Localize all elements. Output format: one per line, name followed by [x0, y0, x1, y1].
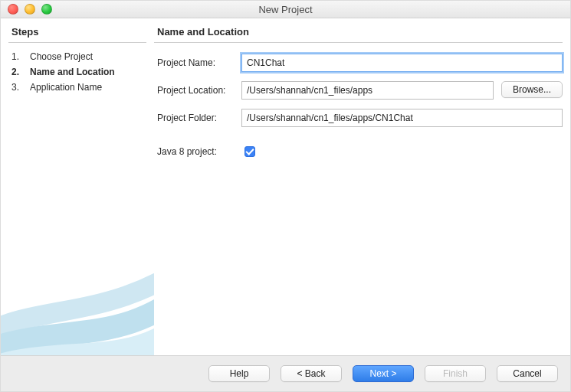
steps-list: 1. Choose Project 2. Name and Location 3… — [1, 49, 154, 95]
next-button[interactable]: Next > — [353, 365, 414, 382]
project-folder-label: Project Folder: — [157, 113, 241, 123]
minimize-window-icon[interactable] — [25, 4, 35, 15]
row-project-location: Project Location: Browse... — [157, 81, 563, 100]
project-folder-input[interactable] — [241, 109, 563, 127]
window-title: New Project — [1, 4, 570, 15]
step-item-choose-project: 1. Choose Project — [11, 49, 143, 64]
steps-heading: Steps — [1, 18, 154, 42]
steps-panel: Steps 1. Choose Project 2. Name and Loca… — [1, 18, 154, 355]
browse-button[interactable]: Browse... — [501, 81, 563, 98]
step-item-application-name: 3. Application Name — [11, 80, 143, 95]
step-number: 3. — [11, 80, 22, 95]
title-bar: New Project — [1, 1, 570, 18]
help-button[interactable]: Help — [208, 365, 270, 382]
divider — [8, 42, 146, 43]
panel-heading: Name and Location — [154, 18, 563, 42]
step-label: Name and Location — [30, 64, 115, 80]
button-bar: Help < Back Next > Finish Cancel — [1, 355, 570, 391]
step-item-name-and-location: 2. Name and Location — [11, 64, 143, 80]
zoom-window-icon[interactable] — [41, 4, 52, 15]
project-location-label: Project Location: — [157, 85, 241, 96]
main-panel: Name and Location Project Name: Project … — [154, 18, 570, 355]
project-location-input[interactable] — [241, 81, 494, 100]
dialog-body: Steps 1. Choose Project 2. Name and Loca… — [1, 18, 570, 355]
row-java8: Java 8 project: — [157, 144, 563, 159]
project-name-label: Project Name: — [157, 57, 241, 68]
close-window-icon[interactable] — [8, 4, 18, 15]
finish-button: Finish — [425, 365, 486, 382]
row-project-name: Project Name: — [157, 54, 563, 72]
step-label: Application Name — [30, 80, 102, 95]
step-label: Choose Project — [30, 49, 93, 64]
java8-label: Java 8 project: — [157, 146, 241, 157]
cancel-button[interactable]: Cancel — [497, 365, 558, 382]
window-controls — [1, 4, 52, 15]
divider — [154, 42, 563, 43]
row-project-folder: Project Folder: — [157, 109, 563, 127]
project-name-input[interactable] — [241, 54, 563, 72]
back-button[interactable]: < Back — [281, 365, 342, 382]
decorative-swoosh — [1, 210, 154, 355]
java8-checkbox[interactable] — [244, 146, 255, 157]
step-number: 1. — [11, 49, 22, 64]
form: Project Name: Project Location: Browse..… — [154, 54, 563, 168]
step-number: 2. — [11, 64, 22, 80]
